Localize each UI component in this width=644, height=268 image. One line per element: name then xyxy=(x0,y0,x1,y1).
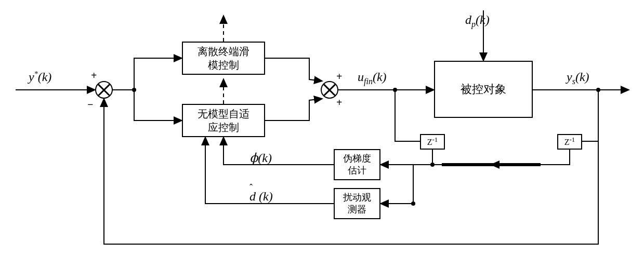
sign-plus: + xyxy=(91,70,97,82)
block-pseudograd-est: 伪梯度 估计 xyxy=(334,149,380,180)
sum-error-icon xyxy=(95,81,113,99)
output-label: ys(k) xyxy=(567,70,589,86)
pseudograd-signal-label: ϕ(k) xyxy=(249,151,272,165)
block-label: 扰动观 测器 xyxy=(343,192,371,216)
junction-dot-icon xyxy=(411,202,415,206)
block-mfac: 无模型自适 应控制 xyxy=(182,104,265,137)
disturbance-label: dp(k) xyxy=(465,13,490,29)
wires xyxy=(0,0,644,268)
sign-minus: − xyxy=(87,99,93,111)
block-label: Z-1 xyxy=(427,136,438,148)
block-plant: 被控对象 xyxy=(434,61,533,118)
block-label: 无模型自适 应控制 xyxy=(198,107,249,134)
block-diagram: y*(k) dp(k) ufin(k) ys(k) ϕ(k) dˆ (k) + … xyxy=(0,0,644,268)
junction-dot-icon xyxy=(393,88,397,92)
block-terminal-sliding: 离散终端滑 模控制 xyxy=(182,42,265,75)
block-label: Z-1 xyxy=(564,136,575,148)
disturbance-est-label: dˆ (k) xyxy=(249,190,273,204)
sign-plus: + xyxy=(336,97,342,109)
junction-dot-icon xyxy=(132,88,136,92)
junction-dot-icon xyxy=(596,88,600,92)
sum-control-icon xyxy=(321,81,338,99)
control-signal-label: ufin(k) xyxy=(358,70,387,86)
block-label: 离散终端滑 模控制 xyxy=(198,45,249,72)
junction-bar-icon xyxy=(442,163,541,166)
block-label: 伪梯度 估计 xyxy=(343,153,371,177)
block-delay-u: Z-1 xyxy=(420,134,445,150)
junction-dot-icon xyxy=(430,163,435,167)
reference-label: y*(k) xyxy=(29,70,51,84)
block-label: 被控对象 xyxy=(461,82,506,97)
block-delay-y: Z-1 xyxy=(557,134,582,150)
block-dist-observer: 扰动观 测器 xyxy=(334,188,380,219)
sign-plus: + xyxy=(336,71,342,83)
